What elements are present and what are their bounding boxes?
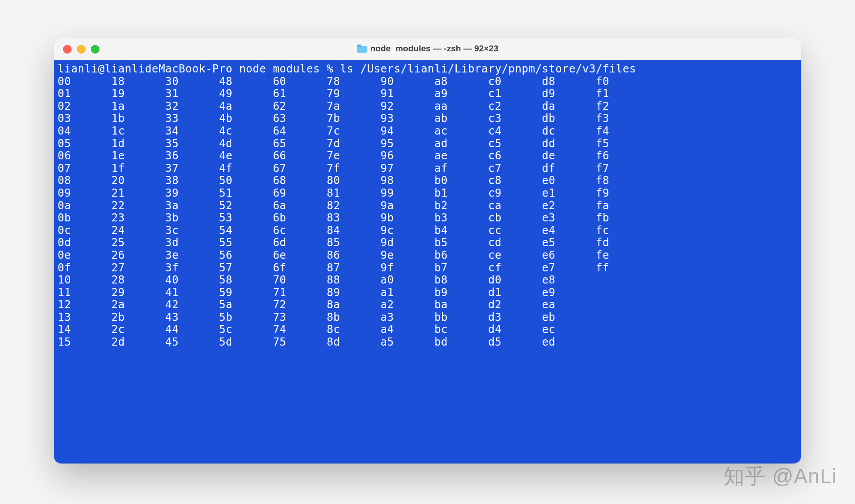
folder-icon	[357, 45, 367, 53]
zoom-icon[interactable]	[91, 45, 99, 54]
watermark: 知乎 @AnLi	[724, 463, 837, 490]
window-title-wrap: node_modules — -zsh — 92×23	[54, 44, 801, 54]
terminal-output[interactable]: lianli@lianlideMacBook-Pro node_modules …	[54, 60, 801, 464]
titlebar: node_modules — -zsh — 92×23	[54, 38, 801, 60]
terminal-window: node_modules — -zsh — 92×23 lianli@lianl…	[54, 38, 801, 464]
close-icon[interactable]	[63, 45, 72, 54]
window-title: node_modules — -zsh — 92×23	[370, 44, 499, 54]
minimize-icon[interactable]	[77, 45, 86, 54]
traffic-lights	[54, 45, 99, 54]
